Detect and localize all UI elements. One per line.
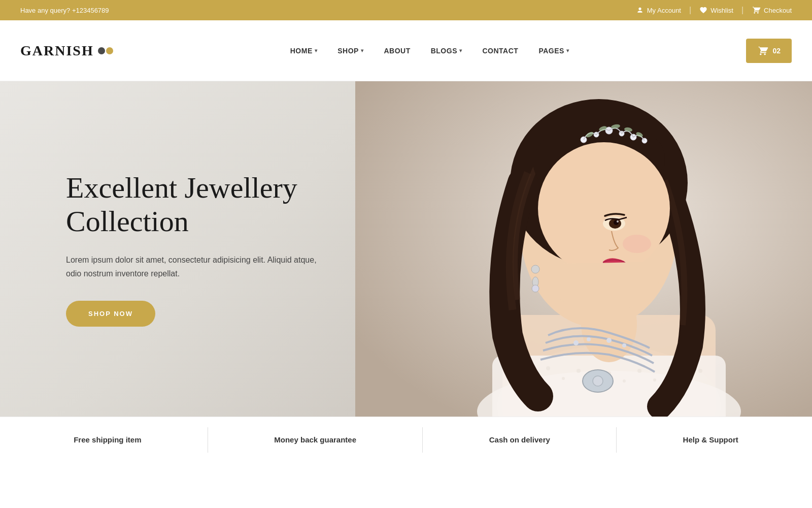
hero-title: Excellent Jewellery Collection xyxy=(66,171,355,239)
svg-point-29 xyxy=(531,265,539,273)
svg-point-28 xyxy=(623,235,651,253)
chevron-down-icon: ▾ xyxy=(361,48,364,53)
svg-point-17 xyxy=(698,369,702,373)
topbar: Have any query? +123456789 My Account | … xyxy=(0,0,812,20)
topbar-right: My Account | Wishlist | Checkout xyxy=(636,6,792,15)
svg-point-45 xyxy=(573,340,579,345)
hero-description: Lorem ipsum dolor sit amet, consectetur … xyxy=(66,253,330,280)
svg-point-8 xyxy=(562,377,565,380)
wishlist-label: Wishlist xyxy=(710,7,733,14)
feature-moneyback: Money back guarantee xyxy=(274,435,356,444)
svg-point-14 xyxy=(653,378,656,382)
hero-section: Excellent Jewellery Collection Lorem ips… xyxy=(0,81,812,417)
my-account-link[interactable]: My Account xyxy=(636,6,681,14)
shop-now-button[interactable]: SHOP NOW xyxy=(66,301,155,327)
feature-support-label: Help & Support xyxy=(683,435,738,444)
header: GARNISH HOME ▾ SHOP ▾ ABOUT BLOGS ▾ CONT… xyxy=(0,20,812,81)
nav-item-shop[interactable]: SHOP ▾ xyxy=(337,47,363,55)
hero-content: Excellent Jewellery Collection Lorem ips… xyxy=(0,171,355,327)
svg-point-47 xyxy=(606,338,612,343)
cart-icon xyxy=(757,46,768,56)
feature-divider2 xyxy=(422,427,423,453)
features-bar: Free shipping item Money back guarantee … xyxy=(0,417,812,462)
feature-moneyback-label: Money back guarantee xyxy=(274,435,356,444)
svg-point-44 xyxy=(593,376,603,386)
logo-dot2 xyxy=(106,47,113,54)
chevron-down-icon: ▾ xyxy=(566,48,569,53)
svg-point-9 xyxy=(577,369,581,373)
logo[interactable]: GARNISH xyxy=(20,43,113,59)
svg-point-46 xyxy=(587,337,591,341)
chevron-down-icon: ▾ xyxy=(459,48,462,53)
svg-point-12 xyxy=(623,379,626,383)
logo-text: GARNISH xyxy=(20,43,94,59)
nav-item-pages[interactable]: PAGES ▾ xyxy=(538,47,569,55)
account-icon xyxy=(636,6,644,14)
woman-svg xyxy=(355,81,812,417)
svg-point-7 xyxy=(546,366,550,370)
checkout-link[interactable]: Checkout xyxy=(752,6,792,14)
hero-image xyxy=(355,81,812,417)
cart-count: 02 xyxy=(772,47,781,55)
nav-item-home[interactable]: HOME ▾ xyxy=(290,47,318,55)
nav-item-about[interactable]: ABOUT xyxy=(384,47,410,55)
logo-icon xyxy=(98,47,113,54)
nav-item-contact[interactable]: CONTACT xyxy=(482,47,518,55)
cart-icon-topbar xyxy=(752,6,761,14)
feature-support: Help & Support xyxy=(683,435,738,444)
feature-divider3 xyxy=(616,427,617,453)
svg-point-27 xyxy=(617,220,619,223)
logo-dot1 xyxy=(98,47,105,54)
query-text: Have any query? +123456789 xyxy=(20,7,109,14)
svg-point-23 xyxy=(538,142,670,274)
feature-shipping-label: Free shipping item xyxy=(74,435,141,444)
feature-cash: Cash on delivery xyxy=(489,435,550,444)
feature-shipping: Free shipping item xyxy=(74,435,141,444)
nav-item-blogs[interactable]: BLOGS ▾ xyxy=(431,47,462,55)
divider1: | xyxy=(689,6,691,15)
feature-cash-label: Cash on delivery xyxy=(489,435,550,444)
feature-divider1 xyxy=(208,427,208,453)
my-account-label: My Account xyxy=(647,7,681,14)
heart-icon xyxy=(699,6,707,14)
divider2: | xyxy=(741,6,743,15)
cart-button[interactable]: 02 xyxy=(746,39,792,63)
svg-point-13 xyxy=(637,369,641,373)
svg-point-31 xyxy=(532,285,539,292)
wishlist-link[interactable]: Wishlist xyxy=(699,6,733,14)
chevron-down-icon: ▾ xyxy=(315,48,318,53)
main-nav: HOME ▾ SHOP ▾ ABOUT BLOGS ▾ CONTACT PAGE… xyxy=(290,47,569,55)
svg-point-48 xyxy=(622,343,626,347)
checkout-label: Checkout xyxy=(764,7,792,14)
